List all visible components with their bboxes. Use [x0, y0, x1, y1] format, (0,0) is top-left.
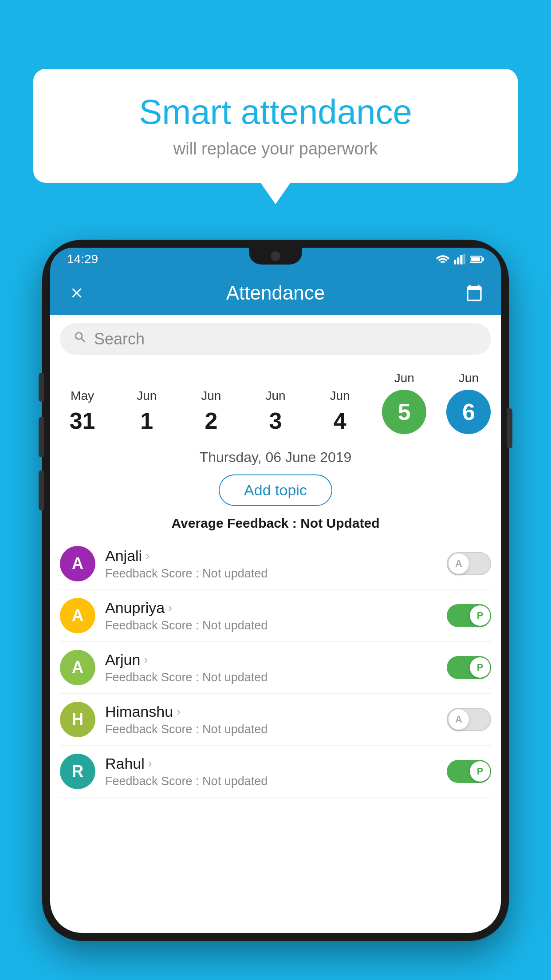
date-month: Jun	[330, 389, 350, 403]
student-item[interactable]: RRahul ›Feedback Score : Not updatedP	[60, 746, 491, 798]
svg-rect-0	[454, 260, 456, 264]
side-button-left-1	[39, 373, 44, 402]
date-month: Jun	[201, 389, 221, 403]
date-month: Jun	[394, 371, 414, 385]
app-bar-title: Attendance	[226, 282, 325, 304]
battery-icon	[470, 255, 484, 264]
chevron-right-icon: ›	[177, 705, 181, 719]
student-feedback: Feedback Score : Not updated	[105, 567, 437, 581]
student-item[interactable]: AAnjali ›Feedback Score : Not updatedA	[60, 538, 491, 590]
student-info: Anjali ›Feedback Score : Not updated	[105, 547, 437, 581]
toggle-switch[interactable]: P	[447, 760, 491, 783]
search-bar-container: Search	[50, 315, 501, 363]
search-bar[interactable]: Search	[60, 323, 491, 355]
search-input-placeholder: Search	[94, 330, 145, 348]
toggle-switch[interactable]: P	[447, 656, 491, 679]
student-avatar: A	[60, 598, 95, 633]
student-name: Himanshu ›	[105, 703, 437, 720]
date-day-circle[interactable]: 5	[382, 390, 426, 434]
calendar-button[interactable]	[461, 280, 488, 306]
add-topic-button[interactable]: Add topic	[219, 474, 332, 506]
date-month: Jun	[137, 389, 157, 403]
phone-frame: 14:29	[42, 240, 509, 941]
phone-container: 14:29	[42, 240, 509, 980]
student-avatar: R	[60, 754, 95, 789]
avg-feedback-label: Average Feedback :	[171, 516, 296, 530]
svg-rect-1	[457, 257, 459, 265]
bubble-title: Smart attendance	[60, 93, 491, 131]
student-avatar: A	[60, 546, 95, 581]
avg-feedback: Average Feedback : Not Updated	[50, 513, 501, 538]
date-day: 4	[334, 407, 346, 434]
status-time: 14:29	[67, 252, 98, 266]
speech-bubble-container: Smart attendance will replace your paper…	[33, 69, 518, 183]
phone-notch	[249, 248, 302, 265]
date-col-2[interactable]: Jun2	[182, 389, 240, 442]
chevron-right-icon: ›	[148, 757, 152, 771]
student-feedback: Feedback Score : Not updated	[105, 619, 437, 632]
svg-rect-2	[460, 255, 462, 265]
toggle-knob: P	[470, 761, 490, 782]
svg-rect-5	[482, 258, 484, 261]
student-name: Anupriya ›	[105, 599, 437, 616]
student-list: AAnjali ›Feedback Score : Not updatedAAA…	[50, 538, 501, 798]
date-strip: May31Jun1Jun2Jun3Jun4Jun5Jun6	[50, 363, 501, 442]
date-col-4[interactable]: Jun4	[311, 389, 369, 442]
date-col-3[interactable]: Jun3	[247, 389, 304, 442]
attendance-toggle[interactable]: P	[447, 656, 491, 679]
attendance-toggle[interactable]: P	[447, 760, 491, 783]
date-col-1[interactable]: Jun1	[118, 389, 176, 442]
date-day: 1	[140, 407, 153, 434]
student-name: Rahul ›	[105, 755, 437, 772]
toggle-switch[interactable]: A	[447, 552, 491, 575]
date-day-circle[interactable]: 6	[446, 390, 491, 434]
bubble-subtitle: will replace your paperwork	[60, 139, 491, 158]
attendance-toggle[interactable]: A	[447, 552, 491, 575]
toggle-knob: A	[449, 553, 469, 574]
avg-feedback-value: Not Updated	[300, 516, 379, 530]
app-bar: Attendance	[50, 271, 501, 315]
student-info: Arjun ›Feedback Score : Not updated	[105, 651, 437, 684]
student-item[interactable]: AArjun ›Feedback Score : Not updatedP	[60, 642, 491, 694]
student-item[interactable]: HHimanshu ›Feedback Score : Not updatedA	[60, 694, 491, 746]
toggle-knob: P	[470, 657, 490, 678]
date-month: May	[71, 389, 94, 403]
search-icon	[73, 330, 87, 348]
close-button[interactable]	[63, 280, 90, 306]
date-month: Jun	[459, 371, 479, 385]
wifi-icon	[436, 254, 449, 265]
student-info: Anupriya ›Feedback Score : Not updated	[105, 599, 437, 632]
phone-camera	[271, 251, 280, 261]
student-avatar: A	[60, 650, 95, 685]
signal-icon	[454, 254, 465, 265]
toggle-switch[interactable]: A	[447, 708, 491, 731]
student-info: Rahul ›Feedback Score : Not updated	[105, 755, 437, 788]
toggle-knob: P	[470, 605, 490, 626]
student-item[interactable]: AAnupriya ›Feedback Score : Not updatedP	[60, 590, 491, 642]
chevron-right-icon: ›	[144, 653, 148, 667]
side-button-right	[507, 408, 512, 448]
toggle-switch[interactable]: P	[447, 604, 491, 627]
attendance-toggle[interactable]: P	[447, 604, 491, 627]
date-col-6[interactable]: Jun6	[440, 371, 497, 442]
toggle-knob: A	[449, 709, 469, 730]
date-col-5[interactable]: Jun5	[375, 371, 433, 442]
date-day: 2	[205, 407, 217, 434]
svg-rect-3	[463, 254, 465, 264]
chevron-right-icon: ›	[168, 601, 172, 615]
speech-bubble: Smart attendance will replace your paper…	[33, 69, 518, 183]
date-month: Jun	[265, 389, 285, 403]
student-avatar: H	[60, 702, 95, 737]
attendance-toggle[interactable]: A	[447, 708, 491, 731]
student-info: Himanshu ›Feedback Score : Not updated	[105, 703, 437, 736]
date-day: 3	[269, 407, 282, 434]
phone-screen: Search May31Jun1Jun2Jun3Jun4Jun5Jun6 Thu…	[50, 315, 501, 933]
chevron-right-icon: ›	[146, 549, 150, 563]
side-button-left-3	[39, 470, 44, 510]
student-feedback: Feedback Score : Not updated	[105, 723, 437, 736]
date-col-0[interactable]: May31	[54, 389, 111, 442]
side-button-left-2	[39, 417, 44, 457]
student-feedback: Feedback Score : Not updated	[105, 775, 437, 788]
svg-rect-6	[471, 257, 480, 261]
date-day: 31	[70, 407, 95, 434]
